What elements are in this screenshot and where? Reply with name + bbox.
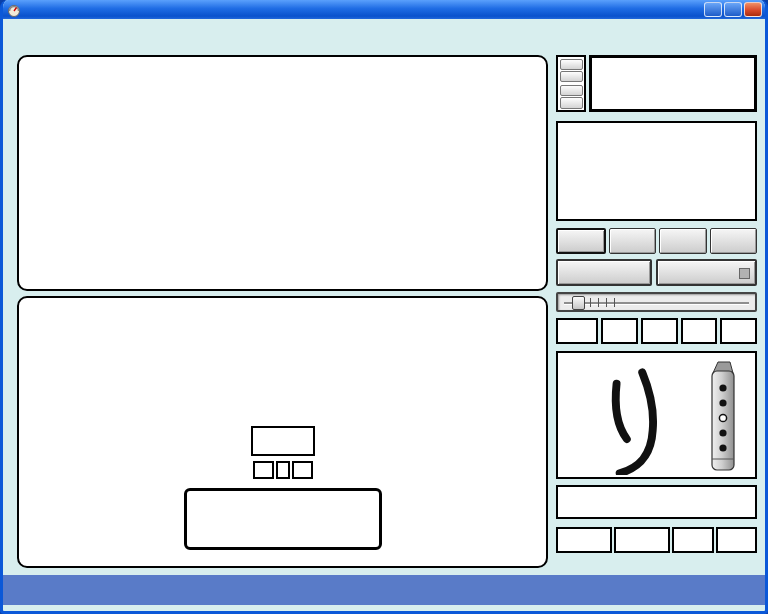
forward-button[interactable] — [659, 228, 706, 254]
spectrum-panel — [17, 55, 548, 291]
slider-tick — [614, 298, 615, 307]
instrument-button-left[interactable] — [556, 527, 612, 553]
level-down-icon[interactable] — [560, 71, 583, 82]
level-row — [556, 55, 757, 112]
maximize-button[interactable] — [724, 2, 742, 17]
tuner-panel — [17, 296, 548, 568]
shakuhachi-fingering-icon — [705, 358, 741, 476]
left-column — [17, 55, 548, 568]
slider-thumb[interactable] — [572, 296, 585, 310]
key-down-button[interactable] — [672, 527, 713, 553]
load-button[interactable] — [656, 259, 757, 286]
note-shift-row — [556, 318, 757, 344]
rewind-button[interactable] — [609, 228, 656, 254]
range-down-icon[interactable] — [560, 97, 583, 108]
semitone-up-button[interactable] — [681, 318, 718, 344]
level-spinners — [556, 55, 586, 112]
note-display — [251, 426, 315, 456]
pause-button[interactable] — [710, 228, 757, 254]
client-area — [3, 41, 765, 568]
saveload-row — [556, 259, 757, 286]
gain-slider[interactable] — [556, 292, 757, 312]
db-display — [589, 55, 757, 112]
app-icon — [7, 3, 21, 17]
instrument-info — [556, 485, 757, 519]
menubar — [3, 19, 765, 41]
bottom-button-row — [556, 527, 757, 553]
octave-up-button[interactable] — [720, 318, 757, 344]
level-up-icon[interactable] — [560, 59, 583, 70]
slider-tick — [598, 298, 599, 307]
spectrum-plot — [19, 57, 546, 289]
key-up-button[interactable] — [716, 527, 757, 553]
slider-tick — [606, 298, 607, 307]
right-column — [556, 55, 757, 568]
a440-down-button[interactable] — [253, 461, 274, 479]
menu-display[interactable] — [47, 28, 66, 32]
slider-tick — [590, 298, 591, 307]
load-indicator — [739, 268, 750, 279]
forum-watermark — [3, 575, 765, 605]
kinko-notation-glyph — [584, 359, 694, 475]
menu-option[interactable] — [28, 28, 47, 32]
titlebar — [3, 0, 765, 19]
fingering-chart-display — [556, 351, 757, 479]
a440-up-button[interactable] — [292, 461, 313, 479]
pitch-reference-row — [253, 461, 313, 479]
octave-down-button[interactable] — [601, 318, 638, 344]
frequency-display — [184, 488, 382, 550]
app-window — [0, 0, 768, 614]
menu-help[interactable] — [85, 28, 104, 32]
note-a4-button[interactable] — [556, 318, 598, 344]
semitone-down-button[interactable] — [641, 318, 678, 344]
a440-value — [276, 461, 290, 479]
menu-file[interactable] — [9, 28, 28, 32]
slider-track — [564, 302, 749, 305]
save-button[interactable] — [556, 259, 652, 286]
minimize-button[interactable] — [704, 2, 722, 17]
clear-memory-button[interactable] — [556, 228, 606, 254]
close-button[interactable] — [744, 2, 762, 17]
instrument-button-right[interactable] — [614, 527, 670, 553]
range-up-icon[interactable] — [560, 85, 583, 96]
transport-row — [556, 228, 757, 254]
menu-instrument[interactable] — [66, 28, 85, 32]
level-history-display — [556, 121, 757, 221]
